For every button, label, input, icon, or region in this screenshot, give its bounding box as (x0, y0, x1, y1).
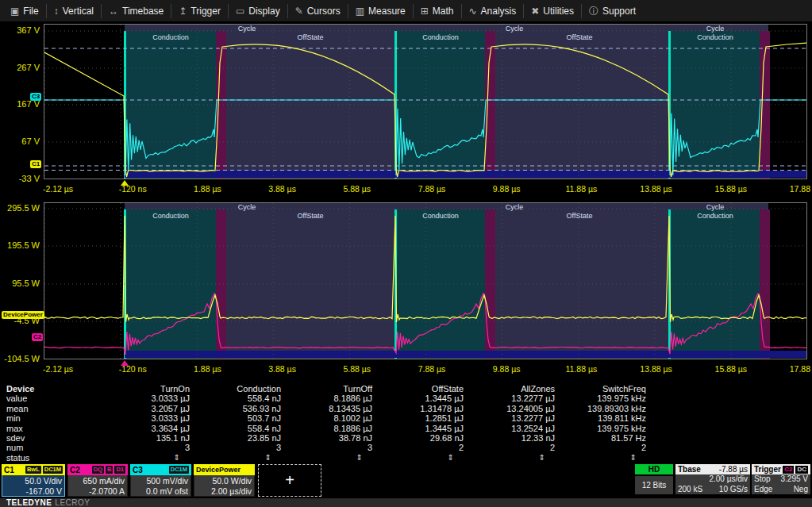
table-row-label: mean (6, 404, 110, 413)
x-axis-label: 7.88 µs (418, 184, 446, 194)
menu-item-file[interactable]: ▣File (3, 0, 46, 21)
lecroy-logo: LECROY (55, 498, 90, 507)
measurement-SwitchFreq-max: 139.975 kHz (566, 424, 657, 433)
x-axis-label: 9.88 µs (493, 364, 521, 374)
teledyne-logo: TELEDYNE (6, 498, 52, 507)
channel-c1-descriptor[interactable]: C1BwLDC1M50.0 V/div-167.00 V (2, 464, 65, 497)
menu-item-label: File (23, 6, 38, 17)
menu-item-label: Cursors (307, 6, 341, 17)
measurement-AllZones-value: 13.2277 µJ (475, 394, 566, 403)
table-row-label: status (6, 453, 110, 463)
measurement-TurnOn-value: 3.0333 µJ (110, 394, 201, 403)
trigger-position-marker[interactable] (121, 360, 129, 366)
channel-scale: 500 mV/div (131, 476, 188, 486)
hd-mode-label: HD (635, 464, 673, 474)
zone-label-cycle: Cycle (706, 203, 725, 211)
table-row-label: max (6, 424, 110, 433)
turnoff-zone (216, 31, 226, 179)
measurement-OffState-num: 2 (383, 443, 475, 452)
menu-item-label: Utilities (543, 6, 574, 17)
measurement-TurnOn-max: 3.3634 µJ (110, 424, 201, 433)
trigger-type: Edge (754, 485, 772, 495)
menu-item-math[interactable]: ⊞Math (414, 0, 461, 21)
menu-item-trigger[interactable]: ↥Trigger (171, 0, 228, 21)
acquisition-mode-box[interactable]: HD12 Bits (635, 464, 673, 494)
timebase-descriptor[interactable]: Tbase-7.88 µs2.00 µs/div200 kS10 GS/s (675, 464, 750, 494)
channel-badge: DQ (92, 466, 104, 474)
measurement-SwitchFreq-num: 2 (566, 443, 657, 452)
x-axis-label: 5.88 µs (343, 184, 371, 194)
turnoff-zone (485, 209, 495, 359)
voltage-grid: CycleCycleCycleConductionConductionCondu… (0, 24, 812, 179)
channel-marker-devicepower[interactable]: DevicePower (2, 311, 44, 319)
measurement-OffState-sdev: 29.68 nJ (383, 433, 475, 443)
menu-item-timebase[interactable]: ↔Timebase (102, 0, 171, 21)
channel-marker-c3[interactable]: C3 (30, 93, 41, 101)
timebase-header: Tbase-7.88 µs (675, 464, 750, 474)
x-axis-label: 1.88 µs (194, 364, 221, 374)
time-axis-bottom: -2.12 µs-120 ns1.88 µs3.88 µs5.88 µs7.88… (0, 360, 812, 381)
measurement-SwitchFreq-value: 139.975 kHz (566, 394, 657, 403)
trigger-level: 3.295 V (781, 474, 808, 485)
trigger-row: EdgeNeg (754, 485, 808, 495)
channel-c2-descriptor[interactable]: C2DQBD1650 mA/div-2.0700 A (67, 464, 128, 497)
channel-marker-c1[interactable]: C1 (30, 160, 41, 168)
status-arrows-icon: ⇕ (201, 453, 292, 463)
menu-item-label: Vertical (63, 6, 94, 17)
timebase-row: 200 kS10 GS/s (678, 485, 748, 495)
menu-item-utilities[interactable]: ✖Utilities (524, 0, 581, 21)
channel-offset: 0.0 mV ofst (131, 486, 188, 497)
measurement-TurnOff-value: 8.1886 µJ (292, 394, 383, 403)
table-column-header: Conduction (201, 384, 292, 394)
measurement-Conduction-sdev: 23.85 nJ (201, 433, 292, 443)
channel-id: C1 (4, 466, 14, 474)
measurement-AllZones-min: 13.2277 µJ (475, 413, 566, 423)
channel-scale: 50.0 V/div (2, 476, 62, 486)
cursors-icon: ✎ (295, 6, 303, 16)
channel-c3-descriptor[interactable]: C3DC1M500 mV/div0.0 mV ofst (130, 464, 191, 497)
measurement-AllZones-mean: 13.24005 µJ (475, 404, 566, 413)
turnoff-zone (760, 209, 770, 359)
voltage-plot-area[interactable]: CycleCycleCycleConductionConductionCondu… (44, 24, 807, 179)
menu-item-label: Analysis (481, 6, 517, 17)
status-arrows-icon: ⇕ (383, 453, 475, 463)
channel-devicepower-descriptor[interactable]: DevicePower50.0 W/div2.00 µs/div (194, 464, 255, 497)
trigger-title: Trigger (754, 465, 781, 474)
y-axis-label: 267 V (0, 63, 40, 72)
power-plot-area[interactable]: CycleCycleCycleConductionConductionCondu… (44, 202, 807, 359)
add-trace-button[interactable]: + (258, 464, 321, 497)
menu-item-vertical[interactable]: ↕Vertical (47, 0, 101, 21)
x-axis-label: 17.88 µs (790, 184, 812, 194)
channel-badges: DQBD1 (92, 466, 125, 474)
menu-item-label: Timebase (122, 6, 164, 17)
trigger-position-marker[interactable] (121, 180, 129, 186)
timebase-icon: ↔ (109, 6, 118, 16)
zone-label-conduction: Conduction (697, 212, 733, 220)
channel-badge: BwL (25, 466, 41, 474)
x-axis-label: 13.88 µs (640, 364, 672, 374)
timebase-settings: 2.00 µs/div200 kS10 GS/s (675, 474, 750, 494)
conduction-zone (126, 209, 216, 359)
status-arrows-icon: ⇕ (475, 453, 566, 463)
display-icon: ▭ (236, 6, 244, 16)
trigger-badges: C2DC (783, 466, 808, 474)
trigger-descriptor[interactable]: TriggerC2DCStop3.295 VEdgeNeg (752, 464, 810, 494)
x-axis-label: 5.88 µs (343, 364, 371, 374)
zone-label-offstate: OffState (298, 212, 324, 220)
power-grid: CycleCycleCycleConductionConductionCondu… (0, 202, 812, 359)
channel-marker-c2[interactable]: C2 (32, 333, 43, 341)
menu-item-analysis[interactable]: ∿Analysis (462, 0, 524, 21)
channel-settings: 650 mA/div-2.0700 A (67, 475, 128, 497)
file-icon: ▣ (10, 6, 19, 16)
menu-item-measure[interactable]: ▥Measure (348, 0, 413, 21)
table-row-label: min (6, 413, 110, 423)
menu-item-support[interactable]: ⓘSupport (582, 0, 643, 21)
sample-rate: 10 GS/s (719, 485, 748, 495)
trigger-coupling-badge: DC (795, 466, 808, 474)
x-axis-label: -2.12 µs (43, 364, 73, 374)
menu-item-display[interactable]: ▭Display (229, 0, 287, 21)
menu-item-cursors[interactable]: ✎Cursors (288, 0, 348, 21)
measurement-AllZones-sdev: 12.33 nJ (475, 433, 566, 443)
zone-label-conduction: Conduction (422, 212, 459, 220)
measurement-SwitchFreq-mean: 139.89303 kHz (566, 404, 657, 413)
